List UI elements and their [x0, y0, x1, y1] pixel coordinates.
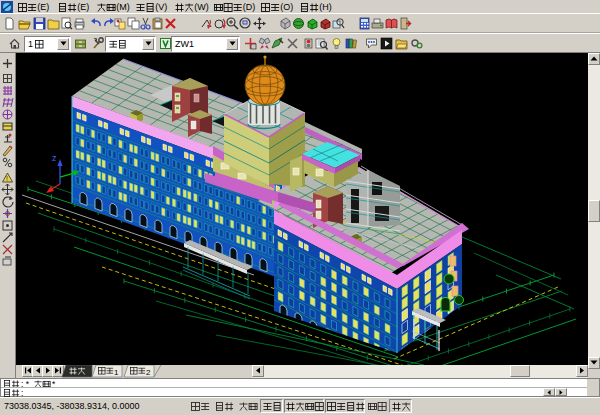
svg-text:1: 1	[28, 39, 33, 49]
svg-text:(W): (W)	[194, 2, 209, 12]
svg-text:(V): (V)	[155, 2, 167, 12]
svg-text:!: !	[6, 175, 8, 182]
svg-text:(D): (D)	[243, 2, 256, 12]
svg-text:(E): (E)	[77, 2, 89, 12]
svg-text:(O): (O)	[280, 2, 293, 12]
svg-text:(E): (E)	[37, 2, 49, 12]
svg-text:z: z	[52, 153, 57, 163]
svg-text:(H): (H)	[319, 2, 332, 12]
svg-text:2: 2	[146, 368, 151, 377]
svg-text:1: 1	[114, 368, 119, 377]
svg-text:(M): (M)	[116, 2, 130, 12]
